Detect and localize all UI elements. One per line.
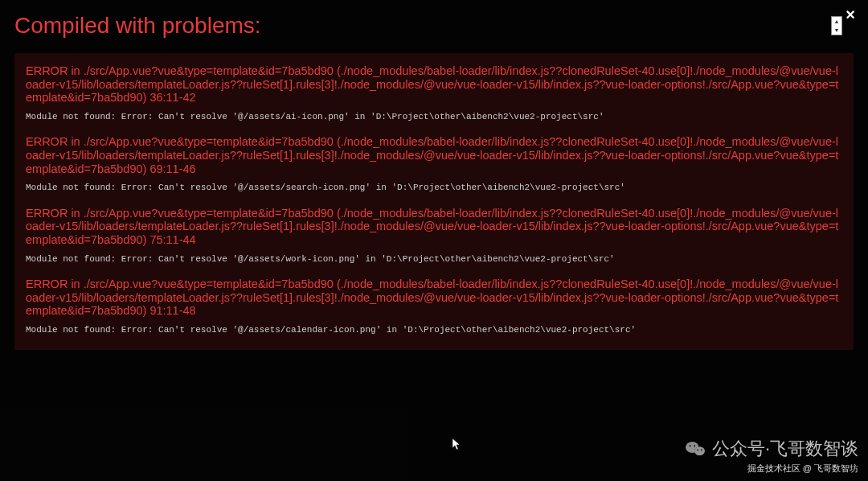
svg-point-5 <box>697 449 698 450</box>
close-icon[interactable]: × <box>842 6 858 23</box>
error-detail: Module not found: Error: Can't resolve '… <box>26 111 842 122</box>
error-overlay: Compiled with problems: × ▲ ▼ ERROR in .… <box>0 0 868 481</box>
watermark-sub-text: 掘金技术社区 @ 飞哥数智坊 <box>685 462 858 475</box>
error-heading: ERROR in ./src/App.vue?vue&type=template… <box>26 135 842 175</box>
wechat-icon <box>685 440 706 458</box>
chevron-up-icon[interactable]: ▲ <box>832 17 841 26</box>
error-heading: ERROR in ./src/App.vue?vue&type=template… <box>26 64 842 105</box>
svg-point-2 <box>694 446 705 455</box>
svg-point-4 <box>694 445 695 446</box>
error-detail: Module not found: Error: Can't resolve '… <box>26 182 842 193</box>
number-spinner[interactable]: ▲ ▼ <box>831 16 842 35</box>
header-row: Compiled with problems: × <box>14 6 854 53</box>
svg-point-3 <box>689 445 690 446</box>
error-block: ERROR in ./src/App.vue?vue&type=template… <box>26 64 842 122</box>
svg-point-6 <box>701 449 702 450</box>
error-block: ERROR in ./src/App.vue?vue&type=template… <box>26 278 842 335</box>
watermark-main-text: 公众号·飞哥数智谈 <box>712 437 858 461</box>
error-block: ERROR in ./src/App.vue?vue&type=template… <box>26 135 842 193</box>
watermark: 公众号·飞哥数智谈 掘金技术社区 @ 飞哥数智坊 <box>685 437 858 475</box>
error-detail: Module not found: Error: Can't resolve '… <box>26 324 842 335</box>
error-heading: ERROR in ./src/App.vue?vue&type=template… <box>26 278 842 318</box>
watermark-main: 公众号·飞哥数智谈 <box>685 437 858 461</box>
chevron-down-icon[interactable]: ▼ <box>832 26 841 35</box>
error-heading: ERROR in ./src/App.vue?vue&type=template… <box>26 207 842 247</box>
error-block: ERROR in ./src/App.vue?vue&type=template… <box>26 207 842 265</box>
error-detail: Module not found: Error: Can't resolve '… <box>26 253 842 265</box>
error-container: ERROR in ./src/App.vue?vue&type=template… <box>14 53 854 350</box>
page-title: Compiled with problems: <box>14 13 261 39</box>
